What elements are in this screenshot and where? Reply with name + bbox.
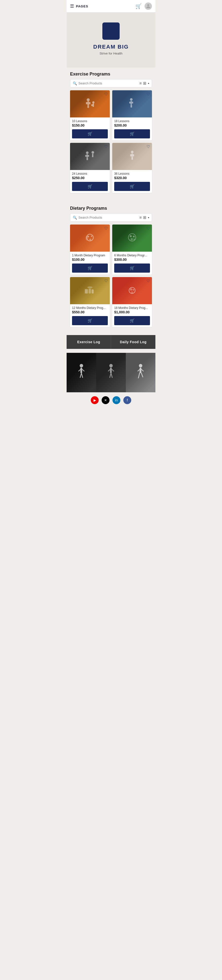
section-divider-1 — [67, 197, 155, 202]
add-to-cart-2[interactable]: 🛒 — [114, 129, 150, 138]
svg-rect-18 — [131, 105, 132, 108]
dietary-search-input[interactable] — [78, 216, 140, 220]
svg-rect-32 — [132, 157, 133, 160]
dietary-section: Dietary Programs 🔍 ≡ ⊞ ▪ — [67, 202, 155, 331]
svg-rect-6 — [86, 102, 87, 104]
youtube-icon[interactable]: ▶ — [91, 396, 99, 404]
svg-point-50 — [131, 291, 133, 293]
exercise-img-2 — [112, 90, 152, 118]
dietary-product-info-3: 12 Months Dietary Prog... $550.00 🛒 — [70, 304, 110, 325]
svg-rect-12 — [91, 104, 92, 107]
wishlist-icon-2[interactable]: ♡ — [146, 92, 150, 97]
add-to-cart-1[interactable]: 🛒 — [72, 129, 108, 138]
dietary-product-1: ♡ 1 Month Dietary Program $100.00 🛒 — [70, 224, 110, 275]
svg-rect-16 — [132, 102, 133, 103]
product-info-4: 36 Lessons $320.00 🛒 — [112, 170, 152, 191]
svg-line-62 — [111, 373, 112, 377]
wishlist-icon-3[interactable]: ♡ — [104, 144, 108, 149]
svg-rect-15 — [129, 102, 130, 103]
svg-point-46 — [87, 286, 92, 288]
exercise-search-bar[interactable]: 🔍 ≡ ⊞ ▪ — [70, 79, 152, 88]
daily-food-log-button[interactable]: Daily Food Log — [111, 335, 155, 349]
svg-rect-21 — [85, 155, 86, 157]
exercise-section: Exercise Programs 🔍 ≡ ⊞ ▪ — [67, 68, 155, 197]
svg-rect-30 — [133, 154, 134, 156]
svg-rect-5 — [87, 102, 89, 106]
facebook-icon[interactable]: f — [123, 396, 131, 404]
dietary-list-view-icon[interactable]: ≡ — [140, 215, 141, 220]
svg-point-4 — [87, 99, 90, 102]
dietary-wishlist-icon-4[interactable]: ♡ — [146, 278, 150, 283]
product-image-wrap-1: ♡ — [70, 90, 110, 118]
svg-point-13 — [130, 98, 133, 101]
dietary-price-2: $300.00 — [114, 258, 150, 261]
svg-point-37 — [86, 235, 88, 240]
add-to-cart-4[interactable]: 🛒 — [114, 182, 150, 191]
exercise-product-2: ♡ 18 Lessons $200.00 🛒 — [112, 90, 152, 140]
svg-point-40 — [133, 235, 135, 237]
product-image-wrap-4: ♡ — [112, 143, 152, 170]
product-lessons-1: 10 Lessons — [72, 119, 108, 123]
bottom-img-2 — [96, 353, 126, 392]
exercise-product-4: ♡ 36 Lessons $320.00 🛒 — [112, 143, 152, 193]
exercise-section-title: Exercise Programs — [70, 72, 152, 77]
svg-point-42 — [133, 238, 135, 240]
linkedin-icon[interactable]: in — [113, 396, 121, 404]
svg-rect-24 — [87, 158, 88, 161]
action-buttons: Exercise Log Daily Food Log — [67, 335, 155, 349]
add-to-cart-3[interactable]: 🛒 — [72, 182, 108, 191]
svg-rect-44 — [89, 289, 91, 293]
exercise-search-input[interactable] — [78, 81, 140, 85]
dietary-add-cart-4[interactable]: 🛒 — [114, 316, 150, 325]
header-left: ☰ PAGES — [70, 3, 88, 9]
wishlist-icon-1[interactable]: ♡ — [104, 92, 108, 97]
product-image-wrap-2: ♡ — [112, 90, 152, 118]
svg-line-68 — [141, 373, 143, 377]
dietary-add-cart-2[interactable]: 🛒 — [114, 264, 150, 273]
pages-label: PAGES — [76, 5, 88, 8]
svg-point-0 — [147, 4, 149, 6]
list-view-icon[interactable]: ≡ — [140, 81, 141, 86]
cart-icon[interactable]: 🛒 — [135, 3, 141, 9]
dietary-product-info-2: 6 Months Dietary Progr... $300.00 🛒 — [112, 252, 152, 273]
svg-point-25 — [92, 151, 94, 154]
svg-rect-11 — [92, 103, 94, 107]
dietary-search-bar[interactable]: 🔍 ≡ ⊞ ▪ — [70, 213, 152, 221]
product-info-3: 24 Lessons $250.00 🛒 — [70, 170, 110, 191]
dietary-price-3: $550.00 — [72, 310, 108, 314]
svg-point-41 — [130, 238, 133, 240]
dietary-img-1 — [70, 224, 110, 252]
svg-rect-45 — [92, 290, 94, 294]
svg-rect-17 — [130, 105, 131, 108]
header-right: 🛒 — [135, 2, 152, 10]
user-avatar[interactable] — [144, 2, 152, 10]
dietary-wishlist-icon-2[interactable]: ♡ — [146, 226, 150, 231]
dietary-block-view-icon[interactable]: ▪ — [148, 215, 149, 220]
dietary-add-cart-1[interactable]: 🛒 — [72, 264, 108, 273]
svg-rect-2 — [109, 35, 113, 35]
wishlist-icon-4[interactable]: ♡ — [146, 144, 150, 149]
x-icon[interactable]: ✕ — [101, 396, 109, 404]
product-info-1: 10 Lessons $150.00 🛒 — [70, 118, 110, 138]
menu-icon[interactable]: ☰ — [70, 3, 74, 9]
exercise-product-1: ♡ 10 Lessons $150.00 🛒 — [70, 90, 110, 140]
exercise-log-button[interactable]: Exercise Log — [67, 335, 111, 349]
block-view-icon[interactable]: ▪ — [148, 81, 149, 86]
svg-line-67 — [138, 373, 140, 378]
dietary-product-grid: ♡ 1 Month Dietary Program $100.00 🛒 — [70, 224, 152, 331]
product-lessons-2: 18 Lessons — [114, 119, 150, 123]
svg-rect-14 — [130, 101, 132, 105]
dietary-add-cart-3[interactable]: 🛒 — [72, 316, 108, 325]
dietary-price-4: $1,000.00 — [114, 310, 150, 314]
svg-rect-23 — [86, 158, 87, 161]
dietary-image-wrap-1: ♡ — [70, 224, 110, 252]
dietary-grid-view-icon[interactable]: ⊞ — [143, 215, 146, 220]
svg-point-49 — [133, 289, 135, 290]
product-image-wrap-3: ♡ — [70, 143, 110, 170]
dietary-wishlist-icon-3[interactable]: ♡ — [104, 278, 108, 283]
grid-view-icon[interactable]: ⊞ — [143, 81, 146, 86]
svg-rect-8 — [87, 105, 88, 108]
bottom-img-3 — [126, 353, 155, 392]
dietary-wishlist-icon-1[interactable]: ♡ — [104, 226, 108, 231]
exercise-img-3 — [70, 143, 110, 170]
